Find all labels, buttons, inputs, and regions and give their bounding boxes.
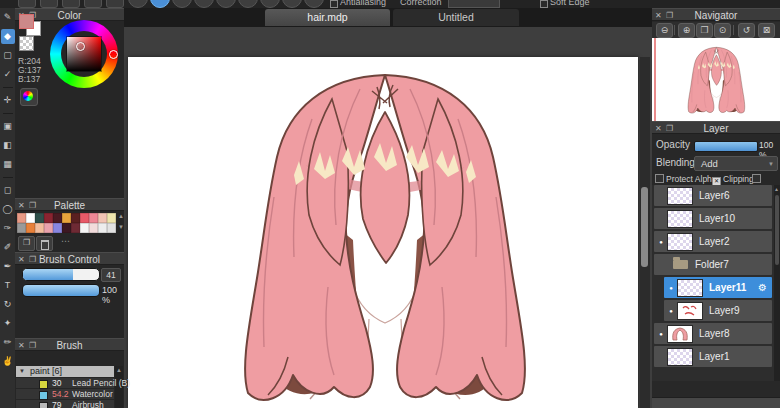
palette-more-icon[interactable]: ⋯ — [61, 236, 70, 246]
layer-scrollbar[interactable]: ▲ — [774, 185, 780, 381]
palette-swatch[interactable] — [107, 213, 116, 223]
rotate-tool[interactable]: ↻ — [1, 297, 15, 312]
fill-rect-tool[interactable]: ▣ — [1, 119, 15, 134]
brush-item[interactable]: 30 Lead Pencil (B) — [16, 378, 114, 388]
antialiasing-checkbox[interactable] — [330, 0, 338, 8]
visibility-dot[interactable]: ● — [654, 331, 668, 337]
toolbar-button[interactable] — [194, 0, 214, 8]
gear-icon[interactable]: ⚙ — [758, 282, 772, 293]
toolbar-button-active[interactable] — [150, 0, 170, 8]
layer-row[interactable]: ● Layer8 — [654, 323, 772, 344]
palette-swatch[interactable] — [98, 223, 107, 233]
palette-swatch[interactable] — [62, 223, 71, 233]
layer-row[interactable]: ● Layer2 — [654, 231, 772, 252]
palette-swatch[interactable] — [35, 223, 44, 233]
gradient-tool[interactable]: ▦ — [1, 157, 15, 172]
palette-swatch[interactable] — [62, 213, 71, 223]
palette-swatch[interactable] — [80, 213, 89, 223]
fit-window-button[interactable]: ❐ — [696, 23, 713, 38]
layer-row[interactable]: Layer10 — [654, 208, 772, 229]
color-wheel-mode-button[interactable] — [20, 88, 38, 106]
tab-untitled[interactable]: Untitled — [393, 9, 519, 26]
scroll-up-icon[interactable]: ▲ — [774, 186, 779, 192]
sv-selector[interactable] — [76, 42, 85, 51]
foreground-color-swatch[interactable] — [19, 14, 34, 29]
blending-dropdown[interactable]: Add ▼ — [694, 156, 778, 171]
pen-tool[interactable]: ✐ — [1, 240, 15, 255]
layer-row-folder[interactable]: Folder7 — [654, 254, 772, 275]
brush-tool[interactable]: ✎ — [1, 10, 15, 25]
lasso-tool[interactable]: ◯ — [1, 202, 15, 217]
palette-scroll-down-icon[interactable]: ▼ — [118, 224, 124, 230]
brush-group-header[interactable]: ▼ paint [6] — [16, 366, 114, 377]
transparent-color-button[interactable] — [19, 36, 34, 51]
toolbar-button[interactable] — [106, 0, 124, 8]
toolbar-button[interactable] — [84, 0, 102, 8]
magic-wand-tool[interactable]: ✑ — [1, 221, 15, 236]
tab-hair-mdp[interactable]: hair.mdp — [265, 9, 390, 26]
marquee-tool[interactable]: ▢ — [1, 48, 15, 63]
palette-swatch[interactable] — [71, 223, 80, 233]
palette-swatch[interactable] — [35, 213, 44, 223]
toolbar-button[interactable] — [128, 0, 148, 8]
brush-size-value[interactable]: 41 — [101, 268, 121, 282]
layer-row-selected[interactable]: ● Layer11 ⚙ — [664, 277, 772, 298]
reset-view-button[interactable]: ⊠ — [758, 23, 775, 38]
hue-selector[interactable] — [109, 50, 118, 59]
toolbar-button[interactable] — [260, 0, 280, 8]
palette-swatch[interactable] — [89, 213, 98, 223]
brush-item[interactable]: 79 Airbrush — [16, 400, 114, 408]
toolbar-button[interactable] — [40, 0, 58, 8]
move-tool[interactable]: ✛ — [1, 93, 15, 108]
palette-swatch[interactable] — [53, 213, 62, 223]
toolbar-button[interactable] — [18, 0, 36, 8]
palette-swatch[interactable] — [17, 223, 26, 233]
layer-row[interactable]: Layer6 — [654, 185, 772, 206]
pencil-tool[interactable]: ✏ — [1, 335, 15, 350]
canvas-page[interactable] — [128, 57, 638, 408]
bucket-tool[interactable]: ◧ — [1, 138, 15, 153]
toolbar-button[interactable] — [238, 0, 258, 8]
soft-edge-checkbox[interactable] — [540, 0, 548, 8]
rotate-left-button[interactable]: ↺ — [738, 23, 755, 38]
toolbar-button[interactable] — [172, 0, 192, 8]
palette-swatch[interactable] — [26, 223, 35, 233]
eyedropper-tool[interactable]: ✦ — [1, 316, 15, 331]
sv-picker[interactable] — [67, 37, 101, 71]
add-palette-color-button[interactable]: ❐ — [18, 236, 35, 251]
actual-size-button[interactable]: ⊙ — [714, 23, 731, 38]
visibility-dot[interactable]: ● — [654, 239, 668, 245]
brush-item[interactable]: 54.2 Watercolor — [16, 389, 114, 399]
palette-swatch[interactable] — [53, 223, 62, 233]
visibility-dot[interactable]: ● — [664, 308, 678, 314]
canvas-scrollbar-track[interactable] — [640, 57, 650, 408]
palette-swatch[interactable] — [80, 223, 89, 233]
canvas-area[interactable]: hair.mdp Untitled — [124, 8, 652, 408]
brush-size-slider[interactable] — [22, 268, 100, 281]
palette-swatch[interactable] — [26, 213, 35, 223]
zoom-out-button[interactable]: ⊖ — [656, 23, 673, 38]
palette-swatch[interactable] — [44, 223, 53, 233]
layer-scrollbar-thumb[interactable] — [775, 195, 779, 265]
select-rect-tool[interactable]: ◻ — [1, 183, 15, 198]
scroll-up-icon[interactable]: ▲ — [116, 367, 122, 373]
protect-alpha-checkbox[interactable]: Protect Alpha — [655, 174, 717, 184]
delete-palette-color-button[interactable] — [36, 236, 53, 251]
palette-scroll-up-icon[interactable]: ▲ — [118, 213, 124, 219]
curve-tool[interactable]: ✒ — [1, 259, 15, 274]
correction-input[interactable] — [448, 0, 500, 8]
select-pen-tool[interactable]: ✓ — [1, 67, 15, 82]
toolbar-button[interactable] — [62, 0, 80, 8]
brush-opacity-slider[interactable] — [22, 284, 100, 297]
toolbar-button[interactable] — [282, 0, 302, 8]
palette-swatch[interactable] — [89, 223, 98, 233]
hand-tool[interactable]: ✌ — [1, 354, 15, 369]
eraser-tool[interactable]: ◆ — [1, 29, 15, 44]
palette-swatch[interactable] — [98, 213, 107, 223]
layer-opacity-slider[interactable] — [694, 141, 758, 152]
navigator-preview[interactable] — [652, 38, 780, 121]
layer-row[interactable]: ● Layer9 — [664, 300, 772, 321]
visibility-dot[interactable]: ● — [664, 285, 678, 291]
text-tool[interactable]: T — [1, 278, 15, 293]
layer-row[interactable]: Layer1 — [654, 346, 772, 367]
